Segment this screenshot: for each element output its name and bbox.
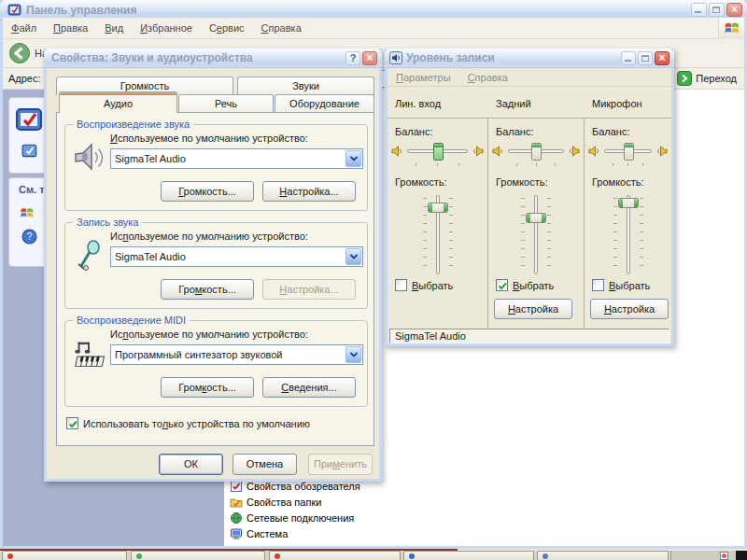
control-panel-small-icon — [21, 143, 38, 160]
microphone-icon — [71, 238, 106, 275]
mixer-minimize-button[interactable] — [621, 51, 636, 65]
taskbar-button[interactable] — [131, 551, 265, 560]
tray-icon[interactable] — [720, 552, 728, 560]
select-checkbox[interactable]: Выбрать — [592, 279, 650, 291]
windows-logo-icon — [718, 18, 744, 39]
speaker-right-icon — [655, 145, 668, 158]
midi-playback-group: Воспроизведение MIDI Используемое по умо… — [64, 320, 368, 407]
address-label: Адрес: — [8, 73, 41, 84]
checkbox-box[interactable] — [496, 279, 508, 291]
menu-bar: Файл Правка Вид Избранное Сервис Справка — [3, 18, 744, 39]
chevron-down-icon[interactable] — [345, 150, 361, 167]
taskbar-button[interactable] — [269, 551, 401, 560]
checkbox-box[interactable] — [66, 417, 78, 429]
checkbox-box[interactable] — [395, 279, 407, 291]
go-button[interactable]: Переход — [677, 71, 739, 86]
balance-label: Баланс: — [496, 126, 534, 137]
chevron-down-icon[interactable] — [345, 248, 361, 265]
group-title: Воспроизведение звука — [73, 119, 193, 130]
menu-file[interactable]: Файл — [3, 22, 45, 34]
menu-view[interactable]: Вид — [96, 22, 132, 34]
mixer-window-icon — [389, 51, 402, 64]
help-button[interactable]: ? — [345, 51, 360, 65]
balance-slider-thumb[interactable] — [433, 143, 444, 161]
dialog-titlebar[interactable]: Свойства: Звуки и аудиоустройства ? × — [44, 49, 382, 68]
close-button[interactable]: × — [726, 3, 742, 17]
channel-microphone: Баланс: Громкость: Выбрать — [585, 119, 671, 329]
window-title: Панель управления — [26, 4, 136, 17]
mixer-close-button[interactable]: × — [655, 51, 669, 65]
help-support-icon[interactable]: ? — [21, 229, 37, 245]
apply-button[interactable]: Применить — [308, 454, 373, 475]
recording-device-combo[interactable]: SigmaTel Audio — [110, 246, 363, 267]
mixer-title: Уровень записи — [406, 51, 495, 64]
menu-help[interactable]: Справка — [253, 22, 310, 34]
list-item-system[interactable]: Система — [230, 526, 288, 541]
channels-region: Баланс: Громкость: Выбрать — [388, 119, 671, 329]
taskbar-button[interactable] — [2, 551, 127, 560]
taskbar-button[interactable] — [403, 551, 534, 560]
mixer-titlebar[interactable]: Уровень записи × — [385, 49, 674, 68]
menu-favorites[interactable]: Избранное — [132, 22, 201, 34]
balance-slider-thumb[interactable] — [624, 143, 634, 161]
tab-hardware[interactable]: Оборудование — [275, 94, 374, 113]
balance-slider[interactable] — [604, 149, 652, 153]
volume-slider-thumb[interactable] — [618, 198, 639, 208]
list-item-network-connections[interactable]: Сетевые подключения — [230, 511, 354, 525]
menu-mixer-help[interactable]: Справка — [459, 72, 516, 83]
default-device-label: Используемое по умолчанию устройство: — [110, 133, 308, 144]
recording-volume-button[interactable]: Громкость... — [161, 279, 254, 300]
taskbar — [0, 551, 747, 560]
midi-about-button[interactable]: Сведения... — [262, 377, 356, 398]
select-checkbox[interactable]: Выбрать — [496, 279, 554, 291]
tab-audio[interactable]: Аудио — [59, 91, 177, 113]
maximize-button[interactable] — [709, 3, 725, 17]
ok-button[interactable]: ОК — [159, 454, 223, 475]
cancel-button[interactable]: Отмена — [233, 454, 297, 475]
sound-properties-dialog: Свойства: Звуки и аудиоустройства ? × Гр… — [44, 49, 382, 482]
playback-volume-button[interactable]: Громкость... — [161, 181, 254, 202]
taskbar-button[interactable] — [537, 551, 669, 560]
system-icon — [230, 527, 243, 540]
volume-slider[interactable] — [421, 195, 455, 274]
network-connections-icon — [230, 511, 243, 525]
midi-device-combo[interactable]: Программный синтезатор звуковой — [110, 344, 363, 365]
checkbox-label: Выбрать — [513, 280, 554, 291]
select-checkbox[interactable]: Выбрать — [395, 279, 453, 291]
balance-slider[interactable] — [508, 149, 564, 153]
volume-slider-thumb[interactable] — [526, 213, 546, 223]
tab-sounds[interactable]: Звуки — [237, 77, 374, 95]
default-device-label: Используемое по умолчанию устройство: — [110, 329, 308, 340]
checkbox-label: Выбрать — [609, 280, 650, 291]
mixer-menu-bar: Параметры Справка — [388, 68, 671, 87]
menu-tools[interactable]: Сервис — [201, 22, 253, 34]
playback-device-combo[interactable]: SigmaTel Audio — [110, 148, 363, 169]
balance-slider[interactable] — [407, 149, 468, 153]
balance-slider-thumb[interactable] — [531, 143, 542, 161]
recording-settings-button[interactable]: Настройка... — [262, 279, 356, 300]
menu-edit[interactable]: Правка — [45, 22, 96, 34]
channel-settings-button[interactable]: Настройка — [590, 299, 669, 319]
mixer-maximize-button[interactable] — [638, 51, 653, 65]
playback-settings-button[interactable]: Настройка... — [262, 181, 356, 202]
chevron-down-icon[interactable] — [345, 346, 361, 363]
use-default-devices-checkbox[interactable]: Использовать только устройства по умолча… — [66, 417, 310, 429]
channel-settings-button[interactable]: Настройка — [494, 299, 572, 319]
volume-label: Громкость: — [592, 176, 644, 188]
tab-voice[interactable]: Речь — [178, 94, 274, 113]
sound-recording-group: Запись звука Используемое по умолчанию у… — [64, 222, 368, 309]
menu-options[interactable]: Параметры — [388, 72, 459, 83]
volume-slider[interactable] — [612, 195, 645, 274]
checkbox-box[interactable] — [592, 279, 604, 291]
audio-tab-page: Воспроизведение звука Используемое по ум… — [56, 112, 374, 446]
minimize-button[interactable] — [691, 3, 707, 17]
midi-volume-button[interactable]: Громкость... — [161, 377, 254, 398]
checkbox-label: Выбрать — [412, 280, 453, 291]
dialog-close-button[interactable]: × — [362, 51, 377, 65]
windows-update-icon[interactable] — [19, 204, 35, 221]
list-item-folder-options[interactable]: Свойства папки — [230, 495, 321, 510]
balance-ticks — [416, 163, 459, 166]
volume-slider[interactable] — [519, 195, 553, 274]
channel-name: Задний — [496, 98, 531, 109]
volume-slider-thumb[interactable] — [428, 203, 448, 213]
